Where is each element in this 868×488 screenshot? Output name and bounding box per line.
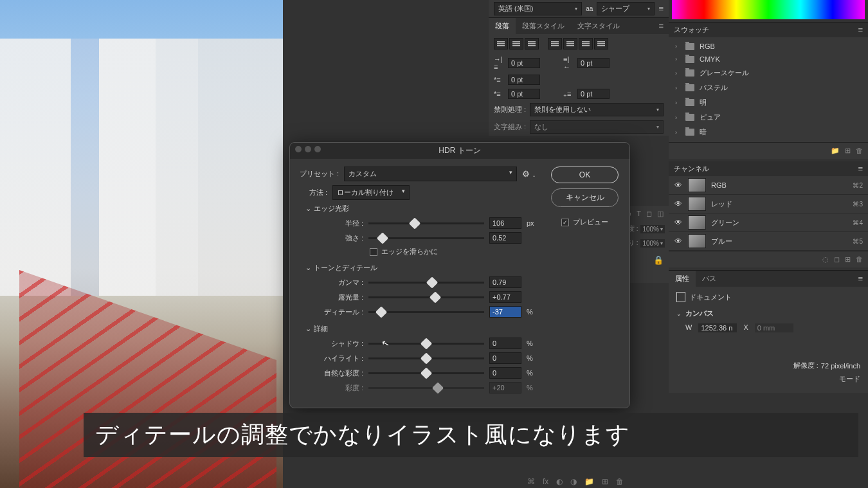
gamma-value[interactable]: 0.79 xyxy=(489,276,521,288)
new-folder-icon[interactable]: 📁 xyxy=(831,147,840,155)
cancel-button[interactable]: キャンセル xyxy=(551,188,619,207)
eye-icon[interactable]: 👁 xyxy=(674,237,683,246)
shadow-slider[interactable] xyxy=(368,343,484,345)
panel-menu-icon[interactable]: ≡ xyxy=(858,25,863,35)
color-spectrum[interactable] xyxy=(672,0,865,19)
eye-icon[interactable]: 👁 xyxy=(674,181,683,190)
shortcut-label: ⌘4 xyxy=(853,219,863,226)
trash-icon[interactable]: 🗑 xyxy=(856,147,863,155)
antialias-select[interactable]: シャープ ▾ xyxy=(597,2,655,15)
trash-icon[interactable]: 🗑 xyxy=(856,255,863,264)
space-before-input[interactable] xyxy=(508,89,540,99)
align-center-button[interactable] xyxy=(509,38,523,50)
x-value[interactable]: 0 mm xyxy=(755,323,793,332)
new-channel-icon[interactable]: ⊞ xyxy=(845,255,851,264)
vibrance-value[interactable]: 0 xyxy=(489,367,521,379)
mask-icon[interactable]: ◐ xyxy=(556,477,563,486)
load-selection-icon[interactable]: ◌ xyxy=(822,255,829,264)
tab-properties[interactable]: 属性 xyxy=(669,271,696,287)
new-layer-icon[interactable]: ⊞ xyxy=(602,477,608,486)
tab-char-style[interactable]: 文字スタイル xyxy=(571,18,626,34)
space-after-input[interactable] xyxy=(577,89,610,99)
swatch-group-pastel[interactable]: ›パステル xyxy=(669,80,868,95)
close-icon[interactable] xyxy=(295,146,302,152)
swatch-group-pure[interactable]: ›ピュア xyxy=(669,110,868,125)
justify-right-button[interactable] xyxy=(579,38,593,50)
channel-rgb[interactable]: 👁 RGB⌘2 xyxy=(669,176,868,195)
ok-button[interactable]: OK xyxy=(551,167,619,183)
mojikumi-select[interactable]: なし ▾ xyxy=(530,120,664,134)
new-swatch-icon[interactable]: ⊞ xyxy=(845,147,851,155)
gamma-slider[interactable] xyxy=(368,282,484,284)
language-select[interactable]: 英語 (米国) ▾ xyxy=(494,2,582,15)
vibrance-slider[interactable] xyxy=(368,372,484,374)
strength-slider[interactable] xyxy=(368,237,484,239)
lock-icon[interactable]: 🔒 xyxy=(653,255,664,265)
chevron-down-icon[interactable]: ⌄ xyxy=(676,311,682,317)
adjustment-icon[interactable]: ◑ xyxy=(570,477,577,486)
panel-menu-icon[interactable]: ≡ xyxy=(853,271,868,287)
detail-slider[interactable] xyxy=(368,311,484,313)
section-tone-detail[interactable]: ⌄トーンとディテール xyxy=(305,263,538,273)
swatch-group-cmyk[interactable]: ›CMYK xyxy=(669,53,868,66)
link-icon[interactable]: ⌘ xyxy=(527,477,535,486)
folder-icon[interactable]: 📁 xyxy=(584,477,594,486)
radius-slider[interactable] xyxy=(368,222,484,224)
swatch-group-rgb[interactable]: ›RGB xyxy=(669,40,868,53)
channel-red[interactable]: 👁 レッド⌘3 xyxy=(669,195,868,213)
trash-icon[interactable]: 🗑 xyxy=(616,477,624,486)
swatch-group-light[interactable]: ›明 xyxy=(669,95,868,110)
swatch-group-grayscale[interactable]: ›グレースケール xyxy=(669,66,868,80)
indent-right-input[interactable] xyxy=(577,58,610,68)
indent-first-input[interactable] xyxy=(508,75,540,85)
fx-icon[interactable]: fx xyxy=(543,477,548,486)
swatch-group-dark[interactable]: ›暗 xyxy=(669,125,868,140)
opacity-value[interactable]: 100%▾ xyxy=(640,225,665,233)
tab-paragraph[interactable]: 段落 xyxy=(489,18,516,34)
panel-menu-icon[interactable]: ≡ xyxy=(858,164,863,174)
panel-menu-icon[interactable]: ≡ xyxy=(653,18,669,34)
channel-green[interactable]: 👁 グリーン⌘4 xyxy=(669,213,868,232)
strength-value[interactable]: 0.52 xyxy=(489,232,521,244)
detail-value[interactable]: -37 xyxy=(489,306,521,318)
eye-icon[interactable]: 👁 xyxy=(674,199,683,208)
panel-menu-icon[interactable]: ≡ xyxy=(658,4,664,14)
zoom-icon[interactable] xyxy=(314,146,321,152)
tab-paragraph-style[interactable]: 段落スタイル xyxy=(516,18,571,34)
highlight-slider[interactable] xyxy=(368,357,484,359)
indent-left-input[interactable] xyxy=(508,58,540,68)
fill-value[interactable]: 100%▾ xyxy=(640,239,665,248)
preset-select[interactable]: カスタム ▾ xyxy=(344,167,517,181)
section-edge-glow[interactable]: ⌄エッジ光彩 xyxy=(305,204,538,213)
tab-paths[interactable]: パス xyxy=(696,271,723,287)
justify-center-button[interactable] xyxy=(563,38,577,50)
save-selection-icon[interactable]: ◻ xyxy=(834,255,840,264)
section-advanced[interactable]: ⌄詳細 xyxy=(305,324,538,334)
highlight-value[interactable]: 0 xyxy=(489,352,521,364)
dialog-titlebar[interactable]: HDR トーン xyxy=(290,143,629,159)
radius-value[interactable]: 106 xyxy=(489,217,521,229)
exposure-slider[interactable] xyxy=(368,296,484,298)
align-right-button[interactable] xyxy=(525,38,539,50)
type-icon[interactable]: T xyxy=(637,210,641,218)
align-left-button[interactable] xyxy=(494,38,508,50)
smooth-edges-checkbox[interactable] xyxy=(370,248,377,256)
folder-icon xyxy=(685,56,694,63)
exposure-value[interactable]: +0.77 xyxy=(489,291,521,303)
justify-left-button[interactable] xyxy=(548,38,562,50)
width-value[interactable]: 1252.36 n xyxy=(698,323,737,332)
channel-thumb xyxy=(688,178,706,192)
kinsoku-select[interactable]: 禁則を使用しない ▾ xyxy=(530,103,664,116)
preview-checkbox[interactable] xyxy=(561,219,569,226)
justify-all-button[interactable] xyxy=(594,38,608,50)
shape-icon[interactable]: ◻ xyxy=(646,210,652,218)
gear-icon[interactable]: ⚙． xyxy=(522,168,538,180)
saturation-value[interactable]: +20 xyxy=(489,382,521,393)
eye-icon[interactable]: 👁 xyxy=(674,218,683,227)
saturation-slider[interactable] xyxy=(368,387,484,389)
shadow-value[interactable]: 0 xyxy=(489,338,521,349)
method-select[interactable]: ローカル割り付け ▾ xyxy=(332,185,410,200)
smart-icon[interactable]: ◫ xyxy=(657,210,664,218)
channel-blue[interactable]: 👁 ブルー⌘5 xyxy=(669,232,868,251)
minimize-icon[interactable] xyxy=(305,146,311,152)
